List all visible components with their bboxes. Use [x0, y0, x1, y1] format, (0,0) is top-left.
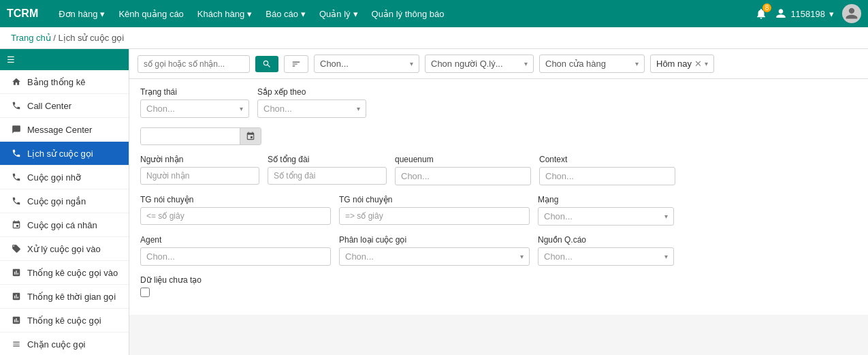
phan-loai-select[interactable]: Chon... ▾: [339, 247, 530, 266]
dropdown-nguoi-ql[interactable]: Chon người Q.lý... ▾: [425, 55, 534, 73]
personal-call-icon: [11, 219, 22, 230]
sidebar-item-xu-ly-cuoc-goi-vao[interactable]: Xử lý cuộc gọi vào: [0, 237, 129, 261]
sidebar-item-thong-ke-thoi-gian-goi[interactable]: Thống kê thời gian gọi: [0, 285, 129, 309]
datetime-from-input[interactable]: 09-11-2022 23:59: [141, 128, 240, 144]
mang-label: Mạng: [538, 195, 674, 204]
filter-group-sap-xep: Sắp xếp theo Chon... ▾: [257, 87, 366, 118]
filter-group-du-lieu: Dữ liệu chưa tạo: [140, 275, 202, 297]
filter-group-so-tong-dai: Số tổng đài: [268, 155, 387, 185]
chart-icon: [11, 267, 22, 278]
search-input[interactable]: [138, 55, 250, 73]
sort-button[interactable]: [284, 55, 308, 73]
tag-icon: [11, 243, 22, 254]
filter-group-tg-min: TG nói chuyện: [140, 195, 331, 225]
filter-row-5: Agent Chon... Phân loại cuộc gọi Chon...…: [140, 235, 857, 266]
so-tong-dai-label: Số tổng đài: [268, 155, 387, 164]
trang-thai-label: Trạng thái: [140, 87, 249, 97]
queuenum-label: queuenum: [395, 155, 531, 164]
message-icon: [11, 124, 22, 135]
filter-group-phan-loai: Phân loại cuộc gọi Chon... ▾: [339, 235, 530, 266]
mang-select[interactable]: Chon... ▾: [538, 207, 674, 226]
notification-bell[interactable]: 8: [755, 7, 767, 20]
sidebar-item-cuoc-goi-ngan[interactable]: Cuộc gọi ngắn: [0, 189, 129, 213]
sap-xep-label: Sắp xếp theo: [257, 87, 366, 97]
search-button[interactable]: [255, 56, 278, 72]
tg-noi-chuyen-max-label: TG nói chuyện: [339, 195, 530, 204]
trang-thai-select[interactable]: Chon... ▾: [140, 99, 249, 118]
agent-select[interactable]: Chon...: [140, 247, 331, 266]
sidebar-item-cuoc-goi-ca-nhan[interactable]: Cuộc gọi cá nhân: [0, 213, 129, 237]
sidebar-toggle[interactable]: ☰: [0, 49, 129, 70]
chart2-icon: [11, 291, 22, 302]
sidebar-item-message-center[interactable]: Message Center: [0, 118, 129, 142]
du-lieu-checkbox[interactable]: [140, 288, 150, 297]
filter-group-mang: Mạng Chon... ▾: [538, 195, 674, 226]
sidebar-item-thong-ke-cuoc-goi-vao[interactable]: Thống kê cuộc gọi vào: [0, 261, 129, 285]
calendar-button[interactable]: [240, 128, 261, 144]
short-call-icon: [11, 196, 22, 206]
dropdown-chon1[interactable]: Chon... ▾: [314, 55, 419, 73]
main-layout: ☰ Bảng thống kê Call Center Message Cent…: [0, 49, 868, 355]
nav-kenh-qc[interactable]: Kênh quảng cáo: [118, 9, 183, 19]
queuenum-select[interactable]: Chon...: [395, 167, 531, 185]
user-avatar[interactable]: [842, 4, 861, 23]
top-navigation: TCRM Đơn hàng ▾ Kênh quảng cáo Khách hàn…: [0, 0, 868, 27]
filter-group-nguoi-nhan: Người nhận: [140, 155, 259, 185]
filter-group-queuenum: queuenum Chon...: [395, 155, 531, 185]
datetime-from-wrap: 09-11-2022 23:59: [140, 127, 261, 145]
du-lieu-checkbox-group: [140, 288, 202, 297]
filter-row-6: Dữ liệu chưa tạo: [140, 275, 857, 297]
filter-row-datetime: 09-11-2022 23:59: [140, 127, 857, 145]
sidebar-item-cuoc-goi-nho[interactable]: Cuộc gọi nhỡ: [0, 166, 129, 189]
nav-quan-ly[interactable]: Quản lý ▾: [319, 9, 358, 19]
nav-bao-cao[interactable]: Báo cáo ▾: [266, 9, 306, 19]
filter-group-context: Context Chon...: [539, 155, 675, 185]
sidebar-item-chan-cuoc-goi[interactable]: Chặn cuộc gọi: [0, 333, 129, 355]
dropdown-date[interactable]: Hôm nay ✕ ▾: [650, 55, 714, 73]
chart3-icon: [11, 315, 22, 326]
tg-max-input[interactable]: [339, 207, 530, 225]
context-select[interactable]: Chon...: [539, 167, 675, 185]
dropdown-cua-hang[interactable]: Chon cửa hàng ▾: [539, 55, 645, 73]
breadcrumb: Trang chủ / Lịch sử cuộc gọi: [0, 27, 868, 49]
phan-loai-label: Phân loại cuộc gọi: [339, 235, 530, 245]
filter-row-4: TG nói chuyện TG nói chuyện Mạng Chon...…: [140, 195, 857, 226]
filter-form: Trạng thái Chon... ▾ Sắp xếp theo Chon..…: [129, 79, 868, 315]
filter-toolbar: Chon... ▾ Chon người Q.lý... ▾ Chon cửa …: [129, 49, 868, 79]
block-icon: [11, 339, 22, 350]
user-menu[interactable]: 1158198 ▾: [775, 8, 834, 19]
filter-row-1: Trạng thái Chon... ▾ Sắp xếp theo Chon..…: [140, 87, 857, 118]
sidebar: ☰ Bảng thống kê Call Center Message Cent…: [0, 49, 129, 355]
tg-noi-chuyen-min-label: TG nói chuyện: [140, 195, 331, 204]
brand-logo: TCRM: [7, 7, 38, 20]
sidebar-item-thong-ke-cuoc-goi[interactable]: Thống kê cuộc gọi: [0, 309, 129, 333]
so-tong-dai-input[interactable]: [268, 167, 387, 185]
breadcrumb-home[interactable]: Trang chủ: [11, 33, 51, 43]
nav-quan-ly-thong-bao[interactable]: Quản lý thông báo: [372, 9, 445, 19]
home-icon: [11, 76, 22, 87]
filter-group-datetime: 09-11-2022 23:59: [140, 127, 261, 145]
nav-right: 8 1158198 ▾: [755, 4, 861, 23]
nguon-qcao-label: Nguồn Q.cáo: [538, 235, 674, 245]
sap-xep-select[interactable]: Chon... ▾: [257, 99, 366, 118]
phone-history-icon: [11, 148, 22, 159]
breadcrumb-current: Lịch sử cuộc gọi: [58, 33, 124, 43]
nguoi-nhan-input[interactable]: [140, 167, 259, 185]
context-label: Context: [539, 155, 675, 164]
nguon-qcao-select[interactable]: Chon... ▾: [538, 247, 674, 266]
filter-group-agent: Agent Chon...: [140, 235, 331, 266]
filter-group-tg-max: TG nói chuyện: [339, 195, 530, 225]
missed-call-icon: [11, 172, 22, 183]
filter-row-3: Người nhận Số tổng đài queuenum Chon... …: [140, 155, 857, 185]
nav-khach-hang[interactable]: Khách hàng ▾: [197, 9, 252, 19]
notification-badge: 8: [762, 3, 772, 12]
sidebar-item-bang-thong-ke[interactable]: Bảng thống kê: [0, 70, 129, 94]
filter-group-nguon-qcao: Nguồn Q.cáo Chon... ▾: [538, 235, 674, 266]
sidebar-item-call-center[interactable]: Call Center: [0, 94, 129, 118]
username: 1158198: [790, 9, 825, 19]
tg-min-input[interactable]: [140, 207, 331, 225]
sidebar-item-lich-su-cuoc-goi[interactable]: Lịch sử cuộc gọi: [0, 142, 129, 166]
content-area: Chon... ▾ Chon người Q.lý... ▾ Chon cửa …: [129, 49, 868, 355]
phone-icon: [11, 100, 22, 111]
nav-don-hang[interactable]: Đơn hàng ▾: [59, 9, 105, 19]
